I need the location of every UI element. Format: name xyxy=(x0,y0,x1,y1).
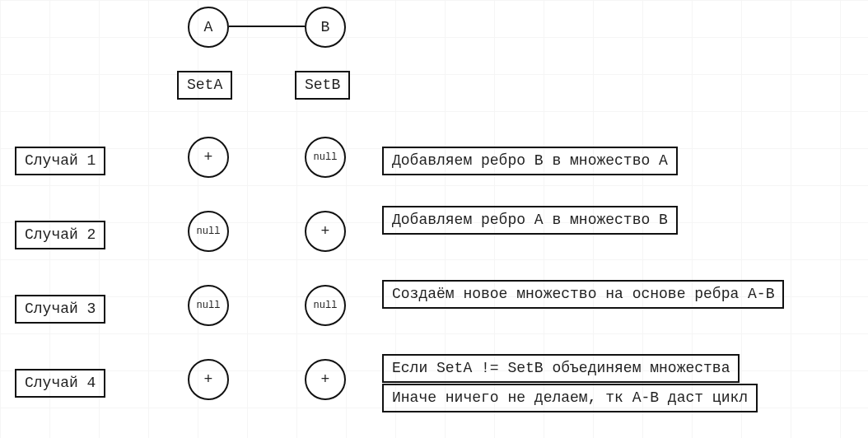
header-set-a: SetA xyxy=(177,71,232,100)
node-b-label: B xyxy=(321,19,330,35)
case-1-a-text: + xyxy=(204,149,213,165)
case-1-b: null xyxy=(305,137,346,178)
case-2-b-text: + xyxy=(321,223,330,240)
node-a: A xyxy=(188,7,229,48)
case-4-desc-2: Иначе ничего не делаем, тк A-B даст цикл xyxy=(382,384,758,412)
case-1-desc: Добавляем ребро B в множество A xyxy=(382,147,678,175)
case-3-a-text: null xyxy=(197,300,221,311)
case-4-a: + xyxy=(188,359,229,400)
case-2-a-text: null xyxy=(197,226,221,237)
case-1-label: Случай 1 xyxy=(15,147,105,175)
header-set-b: SetB xyxy=(295,71,350,100)
case-2-desc: Добавляем ребро A в множество B xyxy=(382,206,678,235)
case-3-label: Случай 3 xyxy=(15,295,105,324)
edge-a-b xyxy=(229,26,305,27)
case-1-b-text: null xyxy=(314,151,338,163)
case-4-b-text: + xyxy=(321,371,330,388)
case-2-b: + xyxy=(305,211,346,252)
case-4-b: + xyxy=(305,359,346,400)
node-a-label: A xyxy=(204,19,213,35)
case-4-desc-1: Если SetA != SetB объединяем множества xyxy=(382,354,740,383)
case-2-label: Случай 2 xyxy=(15,221,105,249)
node-b: B xyxy=(305,7,346,48)
case-4-label: Случай 4 xyxy=(15,369,105,398)
case-4-a-text: + xyxy=(204,371,213,388)
case-2-a: null xyxy=(188,211,229,252)
case-3-b-text: null xyxy=(314,300,338,311)
case-3-a: null xyxy=(188,285,229,326)
case-3-desc: Создаём новое множество на основе ребра … xyxy=(382,280,784,309)
case-1-a: + xyxy=(188,137,229,178)
case-3-b: null xyxy=(305,285,346,326)
